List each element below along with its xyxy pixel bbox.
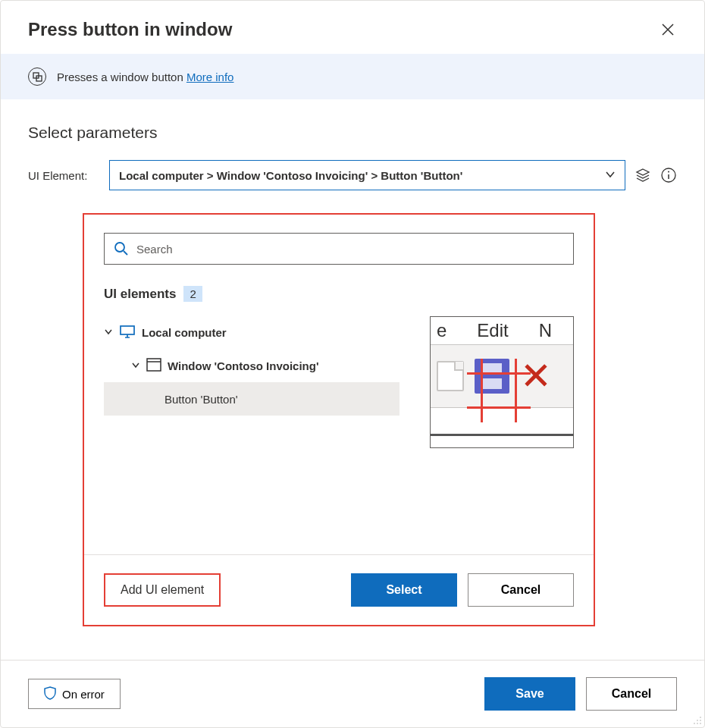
info-description: Presses a window button bbox=[57, 71, 186, 83]
tree-label: Local computer bbox=[142, 326, 227, 339]
chevron-down-icon bbox=[605, 169, 616, 182]
elements-header: UI elements 2 bbox=[104, 286, 574, 302]
tree-node-window[interactable]: Window 'Contoso Invoicing' bbox=[104, 349, 400, 382]
element-preview: e Edit N ✕ bbox=[430, 316, 574, 448]
delete-x-icon: ✕ bbox=[520, 357, 552, 395]
popup-footer: Add UI element Select Cancel bbox=[84, 555, 594, 625]
info-icon[interactable] bbox=[660, 167, 677, 184]
svg-point-10 bbox=[694, 723, 695, 724]
dialog-footer: On error Save Cancel bbox=[1, 660, 704, 727]
dialog-press-button-in-window: Press button in window Presses a window … bbox=[0, 0, 705, 728]
preview-menu-fragment: N bbox=[539, 320, 552, 341]
param-label: UI Element: bbox=[28, 169, 100, 182]
document-icon bbox=[437, 361, 464, 391]
preview-toolbar: ✕ bbox=[431, 344, 574, 408]
save-button[interactable]: Save bbox=[484, 677, 575, 711]
more-info-link[interactable]: More info bbox=[186, 71, 234, 83]
elements-count-badge: 2 bbox=[183, 286, 202, 302]
dialog-header: Press button in window bbox=[1, 1, 704, 54]
parameters-section: Select parameters UI Element: Local comp… bbox=[1, 99, 704, 190]
search-input[interactable] bbox=[136, 243, 564, 256]
preview-menu-fragment: e bbox=[437, 320, 446, 341]
info-bar-text: Presses a window button More info bbox=[57, 71, 233, 83]
action-icon bbox=[28, 67, 46, 86]
elements-title: UI elements bbox=[104, 287, 176, 302]
popup-body: UI elements 2 Local computer Window 'Con… bbox=[84, 215, 594, 555]
dialog-title: Press button in window bbox=[28, 19, 232, 40]
popup-footer-right: Select Cancel bbox=[351, 573, 574, 607]
param-row-ui-element: UI Element: Local computer > Window 'Con… bbox=[28, 160, 677, 190]
ui-element-picker-popup: UI elements 2 Local computer Window 'Con… bbox=[83, 213, 595, 626]
ui-element-dropdown[interactable]: Local computer > Window 'Contoso Invoici… bbox=[109, 160, 625, 190]
info-bar: Presses a window button More info bbox=[1, 54, 704, 99]
preview-menu-edit: Edit bbox=[477, 320, 508, 341]
dialog-footer-right: Save Cancel bbox=[484, 677, 677, 711]
dropdown-value: Local computer > Window 'Contoso Invoici… bbox=[119, 169, 462, 182]
close-icon bbox=[661, 23, 675, 36]
svg-point-9 bbox=[700, 720, 701, 721]
resize-grip-icon[interactable] bbox=[691, 714, 702, 725]
svg-point-7 bbox=[700, 717, 701, 718]
chevron-down-icon bbox=[131, 359, 140, 372]
cancel-button[interactable]: Cancel bbox=[586, 677, 677, 711]
svg-rect-5 bbox=[121, 326, 134, 334]
tree-label: Button 'Button' bbox=[164, 393, 238, 406]
computer-icon bbox=[119, 323, 136, 342]
svg-point-8 bbox=[697, 720, 698, 721]
svg-point-4 bbox=[115, 243, 124, 252]
select-button[interactable]: Select bbox=[351, 573, 457, 607]
search-icon bbox=[114, 241, 129, 256]
on-error-label: On error bbox=[62, 688, 105, 701]
search-box[interactable] bbox=[104, 233, 574, 265]
preview-content: e Edit N ✕ bbox=[431, 317, 574, 436]
shield-icon bbox=[44, 686, 56, 702]
window-icon bbox=[146, 358, 161, 374]
svg-rect-6 bbox=[147, 359, 161, 371]
save-disk-icon bbox=[475, 359, 509, 394]
svg-point-12 bbox=[700, 723, 701, 724]
preview-divider bbox=[431, 434, 574, 436]
svg-point-3 bbox=[668, 171, 669, 173]
elements-tree: Local computer Window 'Contoso Invoicing… bbox=[104, 315, 400, 416]
tree-node-local-computer[interactable]: Local computer bbox=[104, 315, 400, 349]
close-button[interactable] bbox=[659, 20, 677, 39]
preview-menubar: e Edit N bbox=[431, 317, 574, 344]
add-ui-element-button[interactable]: Add UI element bbox=[104, 573, 221, 607]
on-error-button[interactable]: On error bbox=[28, 679, 121, 709]
section-title: Select parameters bbox=[28, 124, 677, 142]
tree-node-button-selected[interactable]: Button 'Button' bbox=[104, 382, 400, 416]
svg-point-11 bbox=[697, 723, 698, 724]
cancel-button[interactable]: Cancel bbox=[468, 573, 574, 607]
chevron-down-icon bbox=[104, 326, 113, 339]
layers-icon[interactable] bbox=[634, 167, 651, 184]
tree-label: Window 'Contoso Invoicing' bbox=[168, 359, 318, 372]
